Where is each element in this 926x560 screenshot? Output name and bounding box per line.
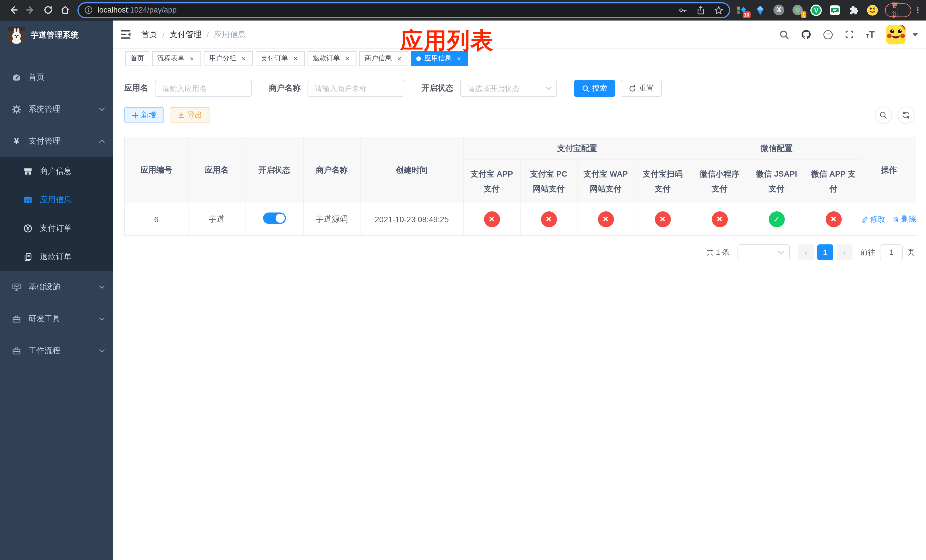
- browser-forward-button[interactable]: [23, 2, 38, 18]
- wx-app-status-icon: [826, 211, 841, 227]
- goto-page-input[interactable]: [880, 244, 903, 260]
- page-size-select[interactable]: [737, 244, 790, 260]
- browser-reload-button[interactable]: [41, 2, 56, 18]
- toggle-search-button[interactable]: [875, 106, 892, 124]
- edit-link[interactable]: 修改: [862, 214, 885, 224]
- search-form: 应用名 商户名称 开启状态: [124, 80, 915, 97]
- col-header-status: 开启状态: [245, 137, 303, 203]
- sidebar-item-label: 商户信息: [40, 166, 72, 177]
- fullscreen-icon[interactable]: [844, 30, 854, 39]
- extension-badge: 1: [801, 12, 806, 18]
- col-header-wx-jsapi: 微信 JSAPI 支付: [748, 159, 805, 203]
- bookmark-star-icon[interactable]: [714, 5, 723, 15]
- sidebar-item-home[interactable]: 首页: [0, 62, 113, 94]
- profile-emoji-icon[interactable]: [867, 4, 878, 16]
- page-1-button[interactable]: 1: [817, 244, 833, 260]
- extension-command-icon[interactable]: ⌘: [774, 5, 784, 15]
- sidebar-item-infrastructure[interactable]: 基础设施: [0, 271, 113, 303]
- sidebar-item-label: 研发工具: [29, 314, 99, 324]
- sidebar-item-system[interactable]: 系统管理: [0, 94, 113, 125]
- cell-created: 2021-10-23 08:49:25: [360, 203, 463, 235]
- browser-toolbar: localhost:1024/pay/app 10 ⌘: [0, 0, 926, 21]
- password-key-icon[interactable]: [679, 5, 688, 15]
- extension-recorder-icon[interactable]: 1: [792, 4, 803, 16]
- close-icon[interactable]: ×: [343, 54, 351, 62]
- tab-process-form[interactable]: 流程表单×: [152, 51, 201, 66]
- extension-gem-icon[interactable]: [755, 4, 766, 16]
- extension-sketch-icon[interactable]: 10: [736, 4, 747, 16]
- chrome-update-button[interactable]: 更新: [885, 3, 911, 17]
- close-icon[interactable]: ×: [188, 54, 196, 62]
- tab-merchant-info[interactable]: 商户信息×: [359, 51, 409, 66]
- table-row: 6 芋道 芋道源码 2021-10-23 08:49:25: [124, 203, 916, 235]
- url-bar[interactable]: localhost:1024/pay/app: [78, 2, 730, 18]
- url-text: localhost:1024/pay/app: [98, 6, 669, 14]
- extensions-bar: 10 ⌘ 1 V: [736, 4, 878, 16]
- status-toggle[interactable]: [263, 212, 286, 224]
- search-button[interactable]: 搜索: [574, 80, 615, 97]
- sidebar-item-refund-orders[interactable]: 退款订单: [0, 243, 113, 271]
- sidebar-item-merchant-info[interactable]: 商户信息: [0, 157, 113, 186]
- sidebar-item-label: 首页: [29, 73, 105, 83]
- monitor-chart-icon: [11, 283, 22, 292]
- dashboard-gauge-icon: [11, 73, 22, 82]
- browser-back-button[interactable]: [6, 2, 21, 18]
- payment-submenu: 商户信息 应用信息 支付订单: [0, 157, 113, 271]
- close-icon[interactable]: ×: [240, 54, 248, 62]
- caret-down-icon[interactable]: [912, 33, 918, 36]
- browser-menu-icon[interactable]: ⋮: [914, 5, 921, 15]
- col-header-app-id: 应用编号: [124, 137, 188, 203]
- export-button[interactable]: 导出: [170, 107, 210, 123]
- sidebar-item-pay-orders[interactable]: 支付订单: [0, 214, 113, 243]
- close-icon[interactable]: ×: [395, 54, 403, 62]
- col-header-alipay-wap: 支付宝 WAP 网站支付: [577, 159, 634, 203]
- extension-chat-icon[interactable]: [829, 4, 841, 16]
- app-name-input[interactable]: [155, 80, 252, 97]
- col-header-alipay-qr: 支付宝扫码支付: [634, 159, 691, 203]
- sidebar-logo-row[interactable]: 芋道管理系统: [0, 21, 113, 50]
- search-icon[interactable]: [779, 29, 789, 39]
- reset-button[interactable]: 重置: [621, 80, 662, 97]
- goto-label: 前往: [861, 247, 875, 257]
- tab-user-group[interactable]: 用户分组×: [204, 51, 253, 66]
- sidebar-fold-icon[interactable]: [121, 30, 132, 39]
- col-header-wx-mini: 微信小程序支付: [691, 159, 748, 203]
- next-page-button[interactable]: ›: [837, 244, 853, 260]
- sidebar-item-app-info[interactable]: 应用信息: [0, 186, 113, 214]
- tab-app-info[interactable]: 应用信息×: [411, 51, 468, 66]
- site-info-icon[interactable]: [85, 6, 93, 14]
- sidebar-item-workflow[interactable]: 工作流程: [0, 335, 113, 367]
- sidebar-item-dev-tools[interactable]: 研发工具: [0, 303, 113, 335]
- tab-pay-orders[interactable]: 支付订单×: [256, 51, 305, 66]
- merchant-name-input[interactable]: [307, 80, 404, 97]
- close-icon[interactable]: ×: [455, 54, 463, 62]
- delete-link[interactable]: 删除: [893, 214, 916, 224]
- help-icon[interactable]: ?: [823, 29, 833, 39]
- sidebar-item-label: 工作流程: [29, 346, 99, 356]
- app-window: 芋道管理系统 首页 系统管理 ¥: [0, 21, 926, 560]
- sidebar-item-label: 支付管理: [29, 136, 99, 147]
- browser-home-button[interactable]: [58, 2, 73, 18]
- share-icon[interactable]: [697, 5, 705, 15]
- cell-merchant: 芋道源码: [303, 203, 360, 235]
- tab-home[interactable]: 首页: [125, 51, 149, 66]
- active-dot: [416, 56, 421, 61]
- prev-page-button[interactable]: ‹: [798, 244, 814, 260]
- status-select[interactable]: [460, 80, 557, 97]
- wx-mini-status-icon: [711, 211, 728, 227]
- user-avatar[interactable]: [886, 25, 905, 44]
- extension-v-icon[interactable]: V: [811, 4, 822, 16]
- alipay-pc-status-icon: [541, 211, 557, 227]
- sidebar-item-payment[interactable]: ¥ 支付管理: [0, 125, 113, 157]
- breadcrumb-home[interactable]: 首页: [141, 29, 157, 39]
- font-size-icon[interactable]: TT: [865, 30, 875, 39]
- chevron-down-icon: [99, 317, 105, 321]
- close-icon[interactable]: ×: [292, 54, 300, 62]
- tab-refund-orders[interactable]: 退款订单×: [307, 51, 357, 66]
- col-header-wx-app: 微信 APP 支付: [805, 159, 862, 203]
- add-button[interactable]: 新增: [124, 107, 164, 123]
- refresh-button[interactable]: [897, 106, 915, 124]
- group-header-alipay: 支付宝配置: [463, 137, 691, 159]
- extensions-puzzle-icon[interactable]: [848, 4, 859, 16]
- github-icon[interactable]: [801, 29, 811, 40]
